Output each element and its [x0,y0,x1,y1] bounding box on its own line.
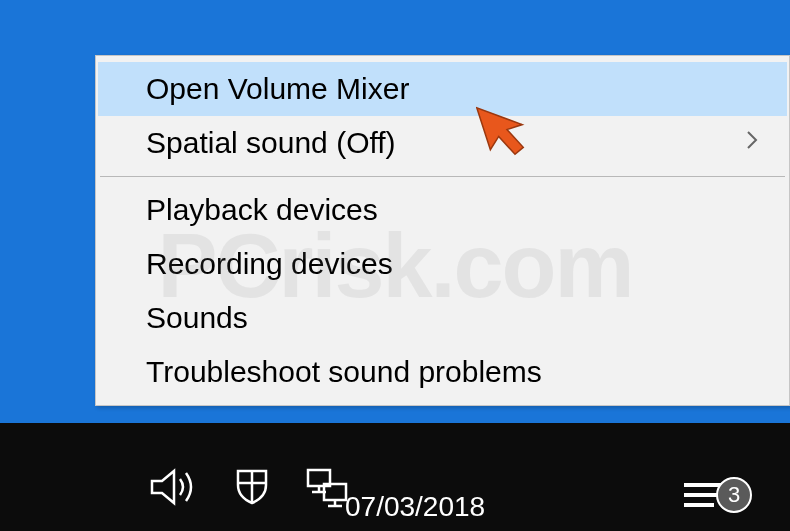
menu-item-label: Troubleshoot sound problems [146,355,542,389]
menu-item-label: Recording devices [146,247,393,281]
security-icon[interactable] [230,465,274,509]
menu-item-troubleshoot[interactable]: Troubleshoot sound problems [98,345,787,399]
menu-item-spatial-sound[interactable]: Spatial sound (Off) [98,116,787,170]
menu-separator [100,176,785,177]
menu-item-sounds[interactable]: Sounds [98,291,787,345]
volume-context-menu: Open Volume Mixer Spatial sound (Off) Pl… [95,55,790,406]
taskbar-date[interactable]: 07/03/2018 [345,491,485,523]
menu-item-label: Spatial sound (Off) [146,126,396,160]
submenu-arrow-icon [745,129,759,157]
menu-item-recording-devices[interactable]: Recording devices [98,237,787,291]
menu-item-label: Open Volume Mixer [146,72,409,106]
menu-item-playback-devices[interactable]: Playback devices [98,183,787,237]
network-icon[interactable] [302,466,350,508]
notification-center[interactable]: 3 [684,477,752,513]
volume-icon[interactable] [150,467,202,507]
notification-count-badge: 3 [716,477,752,513]
menu-item-open-volume-mixer[interactable]: Open Volume Mixer [98,62,787,116]
system-tray [150,465,350,509]
menu-item-label: Sounds [146,301,248,335]
menu-item-label: Playback devices [146,193,378,227]
taskbar: 07/03/2018 3 [0,423,790,531]
